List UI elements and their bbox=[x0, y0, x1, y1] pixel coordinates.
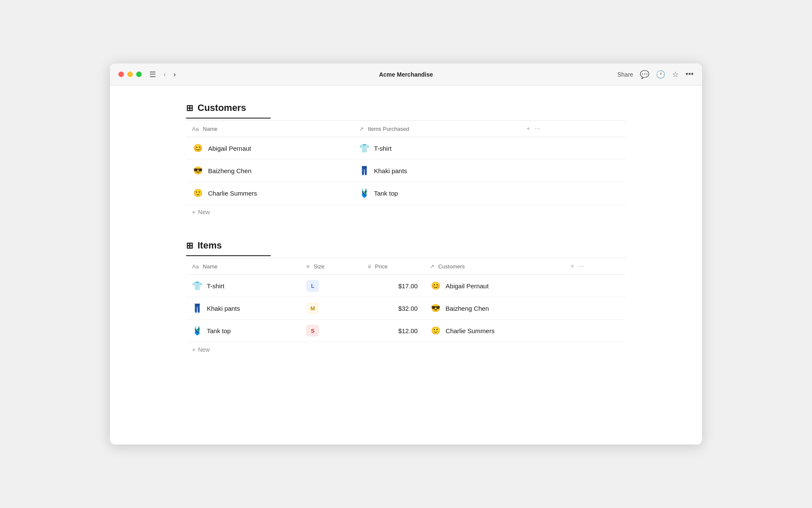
item-customer-avatar: 😎 bbox=[430, 302, 442, 314]
items-table-row[interactable]: 🩱 Tank top S $12.00 🙂 Charlie Summers bbox=[186, 320, 626, 342]
customer-item-cell: 🩱 Tank top bbox=[353, 182, 520, 204]
item-actions-cell bbox=[564, 275, 626, 297]
app-window: ☰ ‹ › Acme Merchandise Share 💬 🕐 ☆ ••• ⊞… bbox=[110, 64, 702, 444]
item-emoji: 👕 bbox=[359, 143, 370, 153]
page-content: ⊞ Customers Aa Name ↗ Items Purchased bbox=[110, 86, 702, 444]
more-columns-icon[interactable]: ··· bbox=[535, 125, 540, 133]
add-column-icon[interactable]: + bbox=[526, 125, 530, 133]
customers-table-row[interactable]: 🙂 Charlie Summers 🩱 Tank top bbox=[186, 182, 626, 204]
item-actions-cell bbox=[564, 297, 626, 320]
customers-items-header: ↗ Items Purchased bbox=[353, 121, 520, 137]
maximize-button[interactable] bbox=[136, 72, 142, 77]
items-customers-header: ↗ Customers bbox=[424, 258, 565, 275]
customer-item-cell: 👕 T-shirt bbox=[353, 137, 520, 160]
minimize-button[interactable] bbox=[127, 72, 133, 77]
customer-avatar: 🙂 bbox=[192, 187, 204, 199]
item-size-cell: M bbox=[300, 297, 362, 320]
item-emoji: 👕 bbox=[192, 281, 203, 291]
customer-actions-cell bbox=[520, 137, 626, 160]
item-customer-avatar: 🙂 bbox=[430, 325, 442, 337]
item-customer-cell: 😎 Baizheng Chen bbox=[424, 297, 565, 320]
text-type-icon2: Aa bbox=[192, 263, 199, 270]
customers-table-row[interactable]: 😎 Baizheng Chen 👖 Khaki pants bbox=[186, 160, 626, 182]
item-size-cell: S bbox=[300, 320, 362, 342]
history-icon[interactable]: 🕐 bbox=[656, 70, 665, 79]
item-customer-name: Baizheng Chen bbox=[446, 305, 489, 312]
customer-name-cell: 😊 Abigail Pernaut bbox=[186, 137, 353, 160]
customer-name: Charlie Summers bbox=[208, 190, 257, 197]
item-emoji: 👖 bbox=[192, 303, 203, 313]
items-add-new[interactable]: + New bbox=[186, 342, 626, 357]
add-column-icon2[interactable]: + bbox=[570, 262, 574, 270]
customer-avatar: 😎 bbox=[192, 165, 204, 177]
item-emoji: 👖 bbox=[359, 166, 370, 176]
customers-table: Aa Name ↗ Items Purchased + ··· bbox=[186, 120, 626, 204]
item-price-cell: $32.00 bbox=[362, 297, 424, 320]
customers-table-icon: ⊞ bbox=[186, 103, 193, 113]
item-name-cell: 👖 Khaki pants bbox=[186, 297, 300, 320]
share-button[interactable]: Share bbox=[617, 71, 633, 78]
traffic-lights bbox=[118, 72, 142, 77]
item-size-cell: L bbox=[300, 275, 362, 297]
more-icon[interactable]: ••• bbox=[686, 70, 694, 79]
items-section-title: ⊞ Items bbox=[186, 240, 271, 256]
items-table-row[interactable]: 👖 Khaki pants M $32.00 😎 Baizheng Chen bbox=[186, 297, 626, 320]
items-table: Aa Name ≡ Size # Price ↗ bbox=[186, 258, 626, 342]
titlebar: ☰ ‹ › Acme Merchandise Share 💬 🕐 ☆ ••• bbox=[110, 64, 702, 86]
text-type-icon: Aa bbox=[192, 126, 199, 132]
customers-section-title: ⊞ Customers bbox=[186, 102, 271, 119]
items-actions-header: + ··· bbox=[564, 258, 626, 275]
size-badge: M bbox=[306, 302, 319, 314]
item-name-cell: 🩱 Tank top bbox=[186, 320, 300, 342]
item-customer-name: Abigail Pernaut bbox=[446, 282, 489, 290]
items-table-row[interactable]: 👕 T-shirt L $17.00 😊 Abigail Pernaut bbox=[186, 275, 626, 297]
customer-name-cell: 🙂 Charlie Summers bbox=[186, 182, 353, 204]
items-price-header: # Price bbox=[362, 258, 424, 275]
customers-name-header: Aa Name bbox=[186, 121, 353, 137]
item-price-cell: $17.00 bbox=[362, 275, 424, 297]
relation-icon: ↗ bbox=[359, 126, 364, 132]
item-name-cell: 👕 T-shirt bbox=[186, 275, 300, 297]
titlebar-actions: Share 💬 🕐 ☆ ••• bbox=[617, 70, 694, 79]
price-type-icon: # bbox=[368, 263, 371, 270]
back-button[interactable]: ‹ bbox=[162, 70, 167, 79]
comment-icon[interactable]: 💬 bbox=[640, 70, 649, 79]
nav-buttons: ‹ › bbox=[162, 70, 178, 79]
item-name: Tank top bbox=[374, 190, 398, 197]
forward-button[interactable]: › bbox=[172, 70, 177, 79]
items-name-header: Aa Name bbox=[186, 258, 300, 275]
relation-icon2: ↗ bbox=[430, 263, 434, 270]
customers-add-new[interactable]: + New bbox=[186, 204, 626, 220]
items-table-header: Aa Name ≡ Size # Price ↗ bbox=[186, 258, 626, 275]
item-emoji: 🩱 bbox=[192, 326, 203, 336]
menu-icon[interactable]: ☰ bbox=[149, 70, 156, 79]
more-columns-icon2[interactable]: ··· bbox=[579, 262, 584, 270]
customers-section: ⊞ Customers Aa Name ↗ Items Purchased bbox=[186, 102, 626, 220]
close-button[interactable] bbox=[118, 72, 124, 77]
customer-name-cell: 😎 Baizheng Chen bbox=[186, 160, 353, 182]
customers-table-header: Aa Name ↗ Items Purchased + ··· bbox=[186, 121, 626, 137]
customer-actions-cell bbox=[520, 182, 626, 204]
item-name: T-shirt bbox=[207, 282, 225, 290]
items-size-header: ≡ Size bbox=[300, 258, 362, 275]
customer-avatar: 😊 bbox=[192, 142, 204, 154]
item-price-cell: $12.00 bbox=[362, 320, 424, 342]
items-section: ⊞ Items Aa Name ≡ Size bbox=[186, 240, 626, 357]
window-title: Acme Merchandise bbox=[379, 71, 433, 78]
add-new-icon: + bbox=[192, 209, 195, 215]
item-emoji: 🩱 bbox=[359, 188, 370, 198]
size-badge: L bbox=[306, 280, 319, 292]
star-icon[interactable]: ☆ bbox=[672, 70, 679, 79]
items-table-icon: ⊞ bbox=[186, 240, 193, 251]
item-customer-cell: 😊 Abigail Pernaut bbox=[424, 275, 565, 297]
size-type-icon: ≡ bbox=[306, 263, 310, 270]
item-customer-avatar: 😊 bbox=[430, 280, 442, 292]
customer-name: Abigail Pernaut bbox=[208, 145, 251, 152]
customers-actions-header: + ··· bbox=[520, 121, 626, 137]
customer-item-cell: 👖 Khaki pants bbox=[353, 160, 520, 182]
customer-actions-cell bbox=[520, 160, 626, 182]
item-actions-cell bbox=[564, 320, 626, 342]
item-name: T-shirt bbox=[374, 145, 392, 152]
customers-table-row[interactable]: 😊 Abigail Pernaut 👕 T-shirt bbox=[186, 137, 626, 160]
add-new-icon2: + bbox=[192, 346, 195, 353]
